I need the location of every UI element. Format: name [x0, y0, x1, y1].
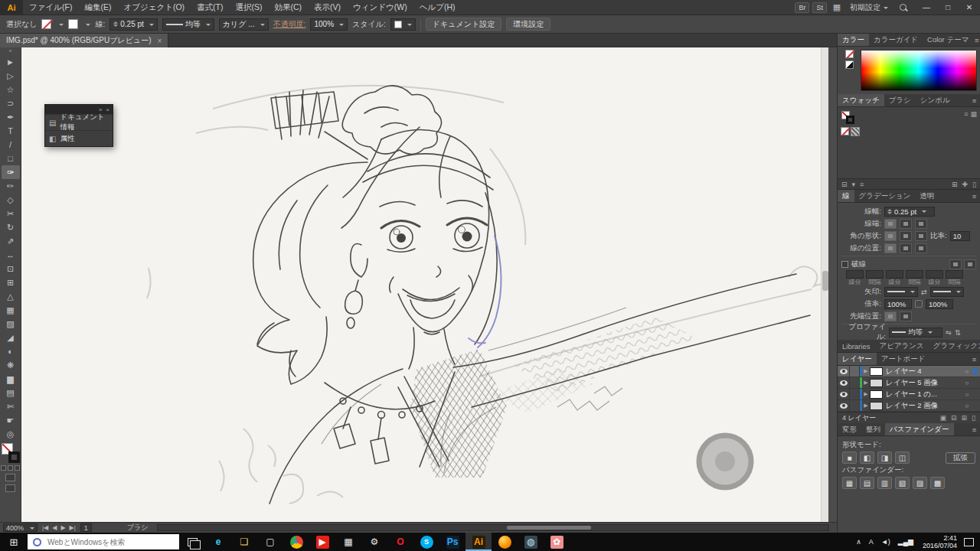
swatch-footer-icon[interactable]: ✚	[962, 181, 969, 188]
opacity-field[interactable]: 100%	[310, 18, 348, 31]
panel-tab[interactable]: アピアランス	[874, 340, 928, 352]
taskbar-app-button[interactable]: S	[413, 533, 439, 551]
layer-target-icon[interactable]: ○	[962, 368, 972, 375]
brush-definition-select[interactable]: カリグ ...	[219, 18, 269, 31]
app-logo[interactable]: Ai	[0, 0, 23, 15]
pathfinder-button[interactable]: ▧	[895, 477, 910, 489]
stock-button[interactable]: St	[812, 2, 827, 13]
taskbar-app-button[interactable]: ▦	[335, 533, 361, 551]
tool-button[interactable]: ⊡	[2, 262, 20, 276]
menu-item[interactable]: ファイル(F)	[23, 0, 78, 15]
arrow-scale-start-field[interactable]: 100%	[884, 299, 912, 309]
artboard-number-field[interactable]: 1	[80, 523, 92, 532]
lock-toggle[interactable]	[850, 377, 860, 388]
panel-tab[interactable]: カラー	[838, 34, 869, 46]
vertical-scroll-thumb[interactable]	[822, 271, 828, 291]
swatch-footer-icon[interactable]: ▯	[972, 181, 976, 188]
panel-tab[interactable]: ブラシ	[884, 94, 916, 106]
taskbar-app-button[interactable]: ◍	[518, 533, 544, 551]
layer-row[interactable]: ▶ レイヤー 2 画像 ○	[838, 400, 980, 412]
layers-footer-icon[interactable]: ⊟	[951, 414, 957, 422]
search-icon[interactable]	[899, 3, 908, 12]
black-white-swatch[interactable]	[845, 60, 854, 69]
window-control-button[interactable]: □	[937, 0, 959, 15]
menu-item[interactable]: ヘルプ(H)	[413, 0, 462, 15]
panel-menu-icon[interactable]: ≡	[969, 423, 980, 435]
pathfinder-button[interactable]: ▨	[913, 477, 927, 489]
pathfinder-button[interactable]: ▩	[930, 477, 945, 489]
tool-button[interactable]: ✒	[2, 110, 20, 124]
panel-tab[interactable]: パスファインダー	[885, 423, 954, 435]
toolbar-dock-toggle[interactable]: »	[9, 47, 12, 55]
chevron-down-icon[interactable]	[59, 24, 64, 28]
tip-truncate-button[interactable]	[900, 311, 912, 321]
dashed-checkbox[interactable]	[841, 261, 848, 268]
taskbar-app-button[interactable]: Ps	[439, 533, 466, 551]
start-button[interactable]: ⊞	[0, 533, 28, 551]
tool-button[interactable]: ☆	[2, 83, 20, 96]
join-bevel-button[interactable]	[915, 231, 927, 241]
layer-row[interactable]: ▶ レイヤー 4 ○	[838, 366, 980, 377]
layer-target-icon[interactable]: ○	[962, 380, 972, 386]
tray-icon[interactable]: A	[865, 538, 877, 546]
taskbar-app-button[interactable]: Ai	[466, 533, 492, 551]
menu-item[interactable]: 効果(C)	[268, 0, 308, 15]
tool-button[interactable]: △	[2, 289, 20, 303]
layer-name[interactable]: レイヤー 4	[886, 367, 962, 377]
expand-layer-icon[interactable]: ▶	[862, 380, 870, 386]
tool-button[interactable]: ↻	[2, 220, 20, 234]
document-setup-button[interactable]: ドキュメント設定	[426, 18, 501, 31]
link-scale-icon[interactable]	[915, 300, 923, 308]
screen-mode-button[interactable]	[5, 484, 15, 492]
tool-button[interactable]: ✑	[2, 165, 20, 179]
taskbar-app-button[interactable]: e	[205, 533, 231, 551]
dash-value-field[interactable]	[866, 270, 884, 279]
swatch-footer-icon[interactable]: ▾	[852, 181, 856, 188]
layer-name[interactable]: レイヤー 2 画像	[886, 401, 962, 411]
visibility-toggle[interactable]	[838, 389, 850, 399]
taskbar-app-button[interactable]: ✿	[544, 533, 570, 551]
layer-target-icon[interactable]: ○	[962, 391, 972, 398]
taskbar-app-button[interactable]: O	[387, 533, 413, 551]
width-profile-select[interactable]: 均等	[162, 18, 214, 31]
style-select[interactable]	[390, 18, 416, 31]
layers-footer-icon[interactable]: ⊞	[962, 414, 968, 422]
tool-button[interactable]: ✏	[2, 179, 20, 193]
menu-item[interactable]: 選択(S)	[229, 0, 268, 15]
action-center-icon[interactable]	[964, 538, 974, 546]
opacity-label[interactable]: 不透明度:	[273, 19, 306, 30]
panel-tab[interactable]: 透明	[915, 190, 939, 202]
tool-button[interactable]: ❋	[2, 358, 20, 372]
tray-icon[interactable]: ▂▄▆	[894, 538, 917, 546]
tool-button[interactable]: ⇗	[2, 234, 20, 248]
visibility-toggle[interactable]	[838, 366, 850, 377]
layers-footer-icon[interactable]: ▯	[972, 414, 975, 422]
color-spectrum[interactable]	[861, 50, 977, 91]
visibility-toggle[interactable]	[838, 377, 850, 388]
shape-mode-button[interactable]: ◨	[877, 452, 892, 464]
join-miter-button[interactable]	[884, 231, 897, 241]
window-control-button[interactable]: —	[916, 0, 937, 15]
panel-tab[interactable]: Libraries	[838, 340, 874, 352]
artboard-nav-button[interactable]: ◀	[52, 524, 57, 531]
taskbar-app-button[interactable]: ▶	[309, 533, 335, 551]
dash-value-field[interactable]	[926, 270, 943, 279]
layer-name[interactable]: レイヤー 5 画像	[886, 378, 962, 388]
panel-tab[interactable]: Color テーマ	[923, 34, 973, 46]
arrow-scale-end-field[interactable]: 100%	[926, 299, 953, 309]
zoom-select[interactable]: 400%	[3, 523, 38, 532]
tool-button[interactable]: T	[2, 124, 20, 138]
cap-projecting-button[interactable]	[915, 219, 927, 229]
arrow-start-select[interactable]	[884, 287, 918, 297]
profile-select[interactable]: 均等	[889, 328, 942, 337]
shape-mode-button[interactable]: ■	[842, 452, 857, 464]
layer-row[interactable]: ▶ レイヤー 1 の... ○	[838, 389, 980, 400]
task-view-button[interactable]	[179, 533, 205, 551]
tray-icon[interactable]: ∧	[852, 538, 865, 546]
close-tab-icon[interactable]: ×	[157, 37, 162, 45]
horizontal-scrollbar[interactable]	[157, 524, 829, 531]
vertical-scrollbar[interactable]	[821, 47, 828, 522]
align-center-button[interactable]	[884, 243, 897, 253]
fill-stroke-mini-indicator[interactable]	[841, 111, 855, 125]
document-tab[interactable]: IMG.psd* @ 400% (RGB/GPUプレビュー) ×	[0, 34, 168, 47]
